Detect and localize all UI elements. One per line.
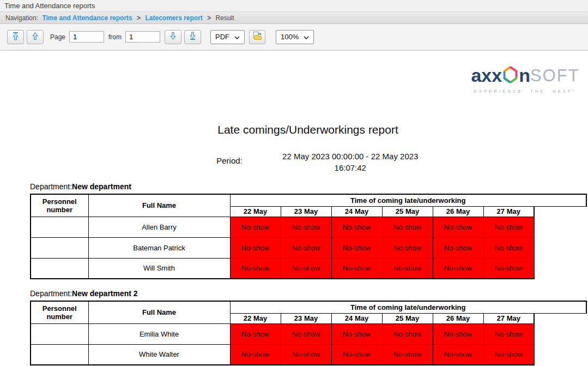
- table-filler: [534, 217, 586, 237]
- date-column-header: 25 May: [382, 206, 433, 217]
- table-filler: [534, 344, 586, 365]
- date-column-header: 24 May: [331, 313, 382, 323]
- logo-text-n: n: [519, 65, 530, 86]
- no-show-cell: No-show: [281, 258, 331, 279]
- next-page-button[interactable]: [165, 30, 181, 44]
- no-show-cell: No-show: [331, 237, 382, 258]
- date-column-header: 26 May: [433, 313, 483, 323]
- date-column-header: 24 May: [331, 206, 382, 217]
- chevron-down-icon: [234, 33, 240, 41]
- report-title: Late comings/Underworkings report: [30, 51, 586, 136]
- latecomers-table: Personnel number Full Name Time of comin…: [30, 194, 587, 279]
- no-show-cell: No-show: [281, 237, 331, 258]
- no-show-cell: No-show: [382, 217, 433, 237]
- logo-tagline: EXPERIENCE THE NEXT°: [466, 89, 585, 93]
- full-name-cell: Will Smith: [88, 258, 230, 279]
- no-show-cell: No-show: [483, 237, 534, 258]
- period-label: Period:: [216, 151, 243, 165]
- full-name-header: Full Name: [88, 301, 230, 323]
- table-filler: [534, 258, 586, 279]
- personnel-number-cell: [31, 237, 88, 258]
- full-name-cell: White Walter: [88, 344, 230, 365]
- breadcrumb-link-time-attendance[interactable]: Time and Attendance reports: [42, 14, 132, 22]
- no-show-cell: No-show: [230, 344, 281, 365]
- table-row: Allen BarryNo-showNo-showNo-showNo-showN…: [31, 217, 586, 237]
- first-page-button[interactable]: [7, 30, 24, 44]
- no-show-cell: No-show: [483, 258, 534, 279]
- personnel-number-cell: [31, 344, 88, 365]
- period-row: Period: 22 May 2023 00:00:00 - 22 May 20…: [46, 151, 588, 173]
- report-body: Department:New department Personnel numb…: [30, 182, 586, 365]
- date-column-header: 26 May: [433, 206, 483, 217]
- from-label: from: [108, 33, 122, 41]
- no-show-cell: No-show: [483, 344, 534, 365]
- axxonsoft-logo: axx n SOFT EXPERIENCE THE NEXT°: [466, 65, 585, 93]
- no-show-cell: No-show: [331, 344, 382, 365]
- no-show-cell: No-show: [230, 217, 281, 237]
- logo-text-axx: axx: [471, 65, 502, 86]
- no-show-cell: No-show: [382, 258, 433, 279]
- personnel-number-cell: [31, 258, 88, 279]
- department-heading: Department:New department: [30, 182, 586, 191]
- page-number-input[interactable]: [69, 31, 104, 43]
- next-page-icon: [169, 32, 177, 43]
- hexagon-logo-icon: [503, 66, 518, 86]
- no-show-cell: No-show: [281, 217, 331, 237]
- previous-page-button[interactable]: [27, 30, 44, 44]
- date-column-header: 27 May: [483, 313, 534, 323]
- full-name-cell: Bateman Patrick: [88, 237, 230, 258]
- no-show-cell: No-show: [281, 344, 331, 365]
- table-row: White WalterNo-showNo-showNo-showNo-show…: [31, 344, 586, 365]
- table-header-row: Personnel number Full Name Time of comin…: [31, 194, 586, 206]
- table-row: Will SmithNo-showNo-showNo-showNo-showNo…: [31, 258, 586, 279]
- no-show-cell: No-show: [433, 344, 483, 365]
- department-section: Department:New department Personnel numb…: [30, 182, 586, 279]
- page-label: Page: [50, 33, 65, 41]
- personnel-number-header: Personnel number: [31, 194, 88, 217]
- time-span-header: Time of coming late/underworking: [230, 194, 586, 206]
- no-show-cell: No-show: [331, 323, 382, 344]
- report-toolbar: Page from PDF 100%: [0, 24, 588, 51]
- date-column-header: 22 May: [230, 313, 281, 323]
- date-column-header: 22 May: [230, 206, 281, 217]
- previous-page-icon: [31, 32, 39, 43]
- no-show-cell: No-show: [382, 323, 433, 344]
- department-name: New department: [72, 182, 131, 191]
- last-page-button[interactable]: [184, 30, 201, 44]
- date-column-header: 25 May: [382, 313, 433, 323]
- department-label: Department:: [30, 289, 72, 298]
- table-filler: [534, 323, 586, 344]
- breadcrumb-link-latecomers-report[interactable]: Latecomers report: [145, 14, 202, 22]
- no-show-cell: No-show: [433, 258, 483, 279]
- breadcrumb-current-result: Result: [216, 14, 234, 22]
- table-row: Emilia WhiteNo-showNo-showNo-showNo-show…: [31, 323, 586, 344]
- zoom-select[interactable]: 100%: [276, 30, 314, 44]
- no-show-cell: No-show: [483, 323, 534, 344]
- no-show-cell: No-show: [230, 237, 281, 258]
- breadcrumb-label: Navigation:: [5, 14, 38, 22]
- axxonsoft-wordmark: axx n SOFT: [466, 65, 585, 86]
- department-label: Department:: [30, 182, 72, 191]
- table-header-row: Personnel number Full Name Time of comin…: [31, 301, 586, 313]
- date-column-header: 27 May: [483, 206, 534, 217]
- report-page: axx n SOFT EXPERIENCE THE NEXT° Late com…: [0, 51, 588, 365]
- breadcrumb-separator: >: [207, 14, 211, 22]
- total-pages-input[interactable]: [125, 31, 160, 43]
- period-value: 22 May 2023 00:00:00 - 22 May 2023 16:07…: [269, 151, 432, 173]
- no-show-cell: No-show: [331, 217, 382, 237]
- breadcrumb-separator: >: [137, 14, 141, 22]
- personnel-number-cell: [31, 323, 88, 344]
- personnel-number-header: Personnel number: [31, 301, 88, 323]
- zoom-value: 100%: [281, 33, 299, 41]
- full-name-cell: Emilia White: [88, 323, 230, 344]
- full-name-cell: Allen Barry: [88, 217, 230, 237]
- chevron-down-icon: [304, 33, 309, 41]
- no-show-cell: No-show: [433, 217, 483, 237]
- no-show-cell: No-show: [230, 323, 281, 344]
- no-show-cell: No-show: [281, 323, 331, 344]
- department-name: New department 2: [72, 289, 138, 298]
- window-title: Time and Attendance reports: [4, 2, 95, 10]
- export-button[interactable]: [249, 30, 265, 44]
- no-show-cell: No-show: [331, 258, 382, 279]
- export-format-select[interactable]: PDF: [210, 30, 245, 44]
